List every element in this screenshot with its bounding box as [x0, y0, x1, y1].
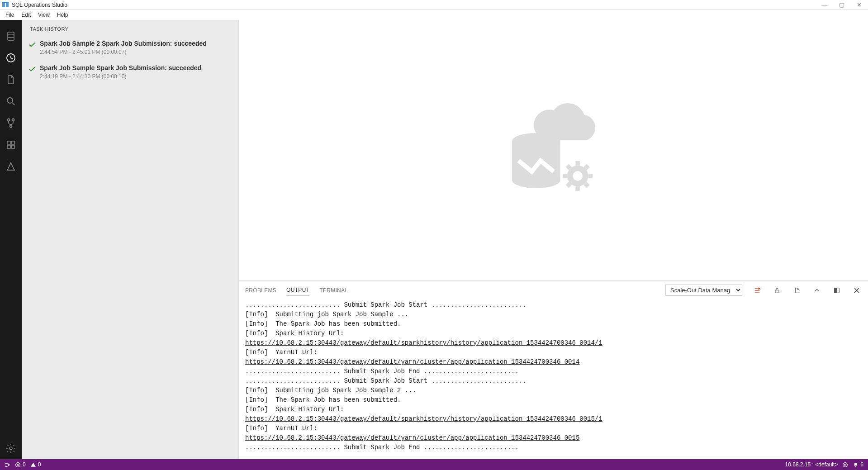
svg-point-43 [9, 464, 9, 465]
svg-rect-12 [7, 141, 10, 144]
svg-point-9 [8, 119, 10, 121]
menu-view[interactable]: View [34, 11, 53, 19]
notifications-icon[interactable]: 6 [853, 461, 863, 468]
output-body[interactable]: ......................... Submit Spark J… [239, 296, 868, 459]
servers-icon[interactable] [0, 25, 22, 47]
task-item[interactable]: Spark Job Sample Spark Job Submission: s… [22, 60, 238, 84]
minimize-button[interactable]: — [819, 1, 830, 8]
task-item[interactable]: Spark Job Sample 2 Spark Job Submission:… [22, 35, 238, 60]
svg-line-29 [567, 183, 570, 186]
svg-point-17 [9, 447, 12, 450]
maximize-button[interactable]: ▢ [836, 1, 847, 8]
svg-point-22 [573, 171, 582, 180]
warnings-count[interactable]: 0 [30, 461, 41, 468]
window-controls: — ▢ ✕ [819, 1, 866, 8]
svg-rect-14 [7, 145, 10, 148]
collapse-panel-icon[interactable] [812, 286, 822, 294]
svg-line-30 [585, 165, 588, 168]
svg-marker-47 [31, 462, 36, 466]
search-icon[interactable] [0, 90, 22, 112]
app-icon [2, 1, 9, 9]
menubar: File Edit View Help [0, 10, 868, 20]
output-link[interactable]: https://10.68.2.15:30443/gateway/default… [245, 415, 602, 423]
output-line: https://10.68.2.15:30443/gateway/default… [245, 414, 862, 424]
svg-point-49 [844, 464, 845, 464]
remote-indicator[interactable] [5, 462, 10, 468]
output-line: ......................... Submit Spark J… [245, 367, 862, 376]
output-line: [Info] Submitting job Spark Job Sample 2… [245, 386, 862, 395]
svg-marker-16 [7, 163, 14, 170]
tab-output[interactable]: OUTPUT [286, 285, 309, 295]
placeholder-icon [488, 82, 619, 219]
task-history-icon[interactable] [0, 47, 22, 69]
output-line: https://10.68.2.15:30443/gateway/default… [245, 338, 862, 348]
output-line: ......................... Submit Spark J… [245, 443, 862, 452]
output-link[interactable]: https://10.68.2.15:30443/gateway/default… [245, 434, 579, 442]
open-log-icon[interactable] [792, 286, 802, 294]
svg-point-50 [846, 464, 846, 464]
task-title: Spark Job Sample 2 Spark Job Submission:… [40, 40, 207, 47]
statusbar: 0 0 10.68.2.15 : <default> 6 [0, 459, 868, 470]
svg-rect-15 [11, 145, 14, 148]
check-icon [28, 65, 36, 80]
task-time: 2:44:19 PM - 2:44:30 PM (00:00:10) [40, 73, 201, 80]
window-title: SQL Operations Studio [12, 2, 819, 8]
azure-icon[interactable] [0, 156, 22, 177]
task-history-panel: TASK HISTORY Spark Job Sample 2 Spark Jo… [22, 20, 239, 459]
output-line: [Info] The Spark Job has been submitted. [245, 395, 862, 405]
svg-point-41 [5, 463, 6, 464]
svg-rect-0 [2, 3, 5, 7]
output-line: [Info] YarnUI Url: [245, 424, 862, 433]
connection-status[interactable]: 10.68.2.15 : <default> [785, 461, 838, 468]
tab-problems[interactable]: PROBLEMS [245, 285, 276, 295]
output-link[interactable]: https://10.68.2.15:30443/gateway/default… [245, 358, 579, 366]
maximize-panel-icon[interactable] [832, 286, 842, 294]
svg-point-51 [855, 466, 856, 467]
svg-rect-38 [835, 288, 837, 293]
svg-rect-3 [8, 32, 14, 40]
titlebar: SQL Operations Studio — ▢ ✕ [0, 0, 868, 10]
explorer-icon[interactable] [0, 69, 22, 90]
source-control-icon[interactable] [0, 112, 22, 134]
svg-point-20 [512, 172, 560, 188]
menu-help[interactable]: Help [53, 11, 72, 19]
bottom-panel: PROBLEMS OUTPUT TERMINAL Scale-Out Data … [239, 280, 868, 459]
output-line: [Info] The Spark Job has been submitted. [245, 319, 862, 329]
close-panel-icon[interactable] [852, 286, 862, 294]
svg-line-27 [567, 165, 570, 168]
task-time: 2:44:54 PM - 2:45:01 PM (00:00:07) [40, 49, 207, 55]
panel-title: TASK HISTORY [22, 20, 238, 35]
activity-bar [0, 20, 22, 459]
output-line: [Info] Spark History Url: [245, 405, 862, 414]
output-line: [Info] Submitting job Spark Job Sample .… [245, 310, 862, 319]
editor-placeholder [239, 20, 868, 280]
output-line: https://10.68.2.15:30443/gateway/default… [245, 433, 862, 443]
svg-rect-13 [11, 141, 14, 144]
task-title: Spark Job Sample Spark Job Submission: s… [40, 64, 201, 71]
svg-point-7 [7, 98, 13, 103]
clear-output-icon[interactable] [752, 286, 762, 294]
svg-point-11 [10, 125, 12, 128]
svg-rect-36 [775, 290, 779, 293]
tab-terminal[interactable]: TERMINAL [319, 285, 348, 295]
svg-line-8 [12, 103, 14, 105]
check-icon [28, 41, 36, 55]
menu-edit[interactable]: Edit [18, 11, 34, 19]
settings-gear-icon[interactable] [0, 437, 22, 459]
close-button[interactable]: ✕ [854, 1, 864, 8]
output-link[interactable]: https://10.68.2.15:30443/gateway/default… [245, 339, 602, 347]
svg-point-48 [843, 462, 848, 467]
lock-scroll-icon[interactable] [772, 286, 782, 294]
main: TASK HISTORY Spark Job Sample 2 Spark Jo… [0, 20, 868, 459]
errors-count[interactable]: 0 [15, 461, 26, 468]
output-channel-dropdown[interactable]: Scale-Out Data Manag [665, 285, 742, 296]
menu-file[interactable]: File [2, 11, 18, 19]
panel-tabs: PROBLEMS OUTPUT TERMINAL Scale-Out Data … [239, 281, 868, 296]
feedback-icon[interactable] [842, 462, 848, 468]
svg-rect-1 [6, 3, 9, 7]
svg-rect-2 [2, 2, 9, 3]
editor-area: PROBLEMS OUTPUT TERMINAL Scale-Out Data … [239, 20, 868, 459]
svg-point-10 [12, 119, 14, 121]
output-line: ......................... Submit Spark J… [245, 376, 862, 386]
extensions-icon[interactable] [0, 134, 22, 156]
